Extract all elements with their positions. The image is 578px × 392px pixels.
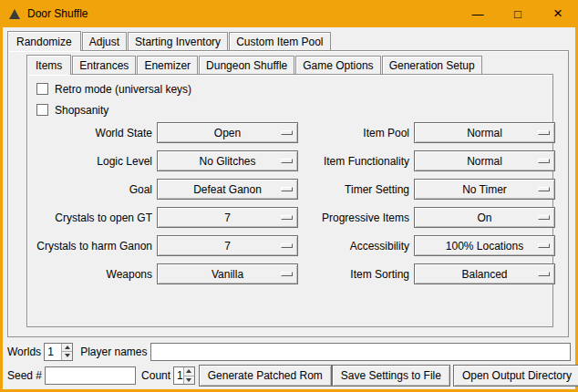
maximize-button[interactable]: □: [498, 0, 538, 27]
tab-items[interactable]: Items: [26, 55, 71, 75]
timer-setting-label: Timer Setting: [307, 183, 409, 196]
count-spin-arrows: [183, 367, 194, 384]
seed-row: Seed # Count 1 Generate Patched Rom Save…: [7, 365, 571, 387]
crystals-gt-value: 7: [224, 211, 231, 224]
crystals-gt-label: Crystals to open GT: [36, 211, 152, 224]
item-functionality-dropdown[interactable]: Normal: [414, 150, 555, 171]
shopsanity-label: Shopsanity: [55, 104, 108, 117]
goal-dropdown[interactable]: Defeat Ganon: [157, 179, 298, 200]
worlds-value: 1: [45, 344, 61, 360]
crystals-gt-dropdown[interactable]: 7: [157, 207, 298, 228]
spin-down-button[interactable]: [184, 376, 194, 385]
tab-adjust[interactable]: Adjust: [82, 32, 127, 50]
count-spinbox[interactable]: 1: [173, 366, 195, 385]
player-names-input[interactable]: [150, 343, 572, 361]
dropdown-indicator-icon: [281, 272, 293, 276]
outer-tab-bar: Randomize Adjust Starting Inventory Cust…: [7, 30, 332, 50]
dropdown-indicator-icon: [538, 243, 550, 248]
tab-starting-inventory[interactable]: Starting Inventory: [128, 32, 228, 50]
close-button[interactable]: ×: [538, 0, 578, 27]
tab-enemizer[interactable]: Enemizer: [137, 56, 198, 74]
item-pool-value: Normal: [467, 127, 502, 139]
progressive-items-label: Progressive Items: [307, 211, 409, 224]
item-pool-dropdown[interactable]: Normal: [414, 122, 555, 143]
crystals-ganon-value: 7: [224, 240, 231, 253]
tab-entrances[interactable]: Entrances: [72, 56, 136, 74]
seed-label: Seed #: [7, 369, 42, 382]
item-sorting-dropdown[interactable]: Balanced: [414, 263, 555, 284]
world-state-dropdown[interactable]: Open: [157, 122, 298, 143]
dropdown-indicator-icon: [538, 215, 550, 220]
generate-rom-button[interactable]: Generate Patched Rom: [199, 365, 332, 387]
item-sorting-value: Balanced: [461, 268, 507, 281]
dropdown-indicator-icon: [538, 159, 550, 163]
retro-mode-checkbox[interactable]: [36, 83, 48, 95]
crystals-ganon-label: Crystals to harm Ganon: [36, 240, 152, 253]
save-settings-button[interactable]: Save Settings to File: [332, 365, 450, 387]
worlds-label: Worlds: [7, 346, 41, 358]
dropdown-indicator-icon: [281, 159, 293, 163]
item-pool-label: Item Pool: [307, 127, 409, 139]
client-area: Randomize Adjust Starting Inventory Cust…: [3, 27, 575, 389]
timer-setting-dropdown[interactable]: No Timer: [414, 179, 555, 200]
progressive-items-dropdown[interactable]: On: [414, 207, 555, 228]
weapons-dropdown[interactable]: Vanilla: [157, 263, 298, 284]
item-functionality-value: Normal: [467, 155, 502, 168]
minimize-button[interactable]: —: [458, 0, 498, 27]
open-output-button[interactable]: Open Output Directory: [453, 365, 578, 387]
shopsanity-row: Shopsanity: [36, 99, 552, 120]
dropdown-indicator-icon: [281, 187, 293, 191]
bottom-bar: Worlds 1 Player names Seed # Count 1: [3, 342, 575, 387]
count-label: Count: [141, 369, 170, 382]
dropdown-indicator-icon: [281, 215, 293, 220]
options-grid: World State Open Item Pool Normal Logic …: [36, 122, 543, 284]
tab-game-options[interactable]: Game Options: [295, 56, 380, 74]
worlds-spin-arrows: [61, 344, 72, 360]
dropdown-indicator-icon: [281, 243, 293, 248]
spin-up-button[interactable]: [62, 344, 72, 352]
titlebar: Door Shuffle — □ ×: [0, 0, 578, 27]
spin-up-button[interactable]: [184, 367, 194, 376]
player-names-label: Player names: [80, 346, 147, 358]
spin-down-button[interactable]: [62, 351, 72, 360]
app-icon: [9, 9, 20, 19]
tab-randomize[interactable]: Randomize: [7, 31, 81, 51]
items-tab-panel: Retro mode (universal keys) Shopsanity W…: [26, 74, 553, 327]
item-sorting-label: Item Sorting: [307, 268, 409, 281]
app-window: Door Shuffle — □ × Randomize Adjust Star…: [0, 0, 578, 392]
tab-custom-item-pool[interactable]: Custom Item Pool: [229, 32, 330, 50]
dropdown-indicator-icon: [538, 272, 550, 276]
weapons-label: Weapons: [36, 268, 152, 281]
weapons-value: Vanilla: [212, 268, 243, 281]
accessibility-label: Accessibility: [307, 240, 409, 253]
retro-mode-row: Retro mode (universal keys): [36, 78, 552, 99]
dropdown-indicator-icon: [281, 130, 293, 135]
world-state-label: World State: [36, 127, 152, 139]
dropdown-indicator-icon: [538, 187, 550, 191]
logic-level-label: Logic Level: [36, 155, 152, 168]
arrow-down-icon: [65, 354, 70, 357]
arrow-down-icon: [186, 378, 191, 382]
worlds-row: Worlds 1 Player names: [7, 342, 571, 361]
logic-level-dropdown[interactable]: No Glitches: [157, 150, 298, 171]
timer-setting-value: No Timer: [462, 183, 507, 196]
tab-generation-setup[interactable]: Generation Setup: [382, 56, 482, 74]
tab-dungeon-shuffle[interactable]: Dungeon Shuffle: [199, 56, 294, 74]
item-functionality-label: Item Functionality: [307, 155, 409, 168]
goal-value: Defeat Ganon: [193, 183, 262, 196]
shopsanity-checkbox[interactable]: [36, 104, 48, 116]
accessibility-dropdown[interactable]: 100% Locations: [414, 235, 555, 256]
world-state-value: Open: [214, 127, 241, 139]
progressive-items-value: On: [477, 211, 491, 224]
goal-label: Goal: [36, 183, 152, 196]
arrow-up-icon: [65, 346, 70, 349]
inner-tab-bar: Items Entrances Enemizer Dungeon Shuffle…: [26, 54, 483, 74]
arrow-up-icon: [186, 369, 191, 373]
retro-mode-label: Retro mode (universal keys): [55, 83, 191, 96]
window-title: Door Shuffle: [27, 7, 88, 20]
worlds-spinbox[interactable]: 1: [44, 343, 73, 361]
seed-input[interactable]: [45, 366, 136, 385]
crystals-ganon-dropdown[interactable]: 7: [157, 235, 298, 256]
accessibility-value: 100% Locations: [446, 240, 523, 253]
count-value: 1: [174, 367, 183, 384]
